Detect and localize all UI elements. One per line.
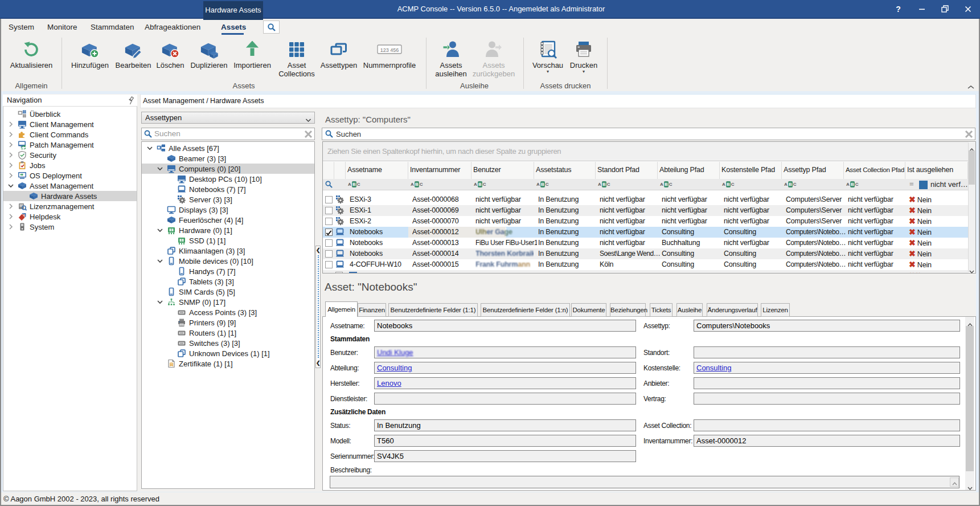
svg-text:123 456: 123 456 bbox=[380, 47, 399, 53]
